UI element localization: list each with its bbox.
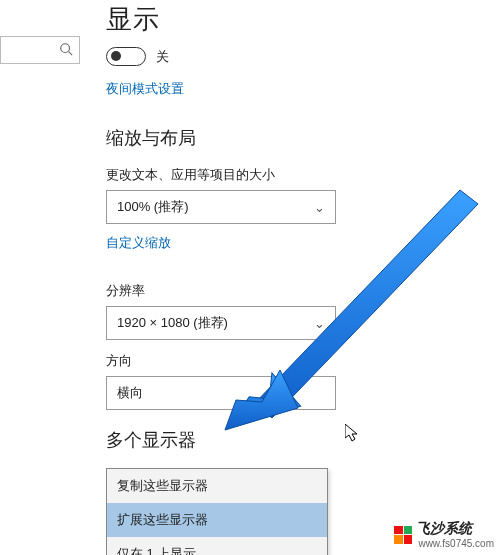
resolution-label: 分辨率 bbox=[106, 282, 500, 300]
svg-marker-5 bbox=[345, 424, 357, 441]
multi-display-heading: 多个显示器 bbox=[106, 428, 500, 452]
custom-scale-link[interactable]: 自定义缩放 bbox=[106, 234, 171, 252]
multi-display-option[interactable]: 仅在 1 上显示 bbox=[107, 537, 327, 555]
toggle-knob bbox=[111, 51, 121, 61]
text-size-label: 更改文本、应用等项目的大小 bbox=[106, 166, 500, 184]
svg-point-0 bbox=[61, 43, 70, 52]
watermark-url: www.fs0745.com bbox=[418, 538, 494, 549]
page-title: 显示 bbox=[106, 2, 500, 37]
text-size-value: 100% (推荐) bbox=[117, 198, 189, 216]
watermark-logo-icon bbox=[394, 526, 412, 544]
night-light-toggle[interactable] bbox=[106, 47, 146, 66]
search-input[interactable] bbox=[0, 36, 80, 64]
orientation-value: 横向 bbox=[117, 384, 143, 402]
svg-line-1 bbox=[69, 51, 73, 55]
night-light-toggle-row: 关 bbox=[106, 47, 500, 66]
orientation-label: 方向 bbox=[106, 352, 500, 370]
text-size-select[interactable]: 100% (推荐) ⌄ bbox=[106, 190, 336, 224]
multi-display-dropdown[interactable]: 复制这些显示器 扩展这些显示器 仅在 1 上显示 仅在 2 上显示 bbox=[106, 468, 328, 555]
orientation-select[interactable]: 横向 ⌄ bbox=[106, 376, 336, 410]
chevron-down-icon: ⌄ bbox=[314, 200, 325, 215]
chevron-down-icon: ⌄ bbox=[314, 316, 325, 331]
cursor-icon bbox=[345, 424, 361, 444]
watermark-brand: 飞沙系统 bbox=[416, 520, 494, 538]
scale-layout-heading: 缩放与布局 bbox=[106, 126, 500, 150]
watermark: 飞沙系统 www.fs0745.com bbox=[394, 520, 494, 549]
multi-display-option[interactable]: 扩展这些显示器 bbox=[107, 503, 327, 537]
multi-display-option[interactable]: 复制这些显示器 bbox=[107, 469, 327, 503]
resolution-select[interactable]: 1920 × 1080 (推荐) ⌄ bbox=[106, 306, 336, 340]
resolution-value: 1920 × 1080 (推荐) bbox=[117, 314, 228, 332]
night-mode-settings-link[interactable]: 夜间模式设置 bbox=[106, 80, 184, 98]
display-settings-panel: 显示 关 夜间模式设置 缩放与布局 更改文本、应用等项目的大小 100% (推荐… bbox=[106, 0, 500, 555]
search-icon bbox=[59, 42, 73, 59]
toggle-state-label: 关 bbox=[156, 48, 169, 66]
